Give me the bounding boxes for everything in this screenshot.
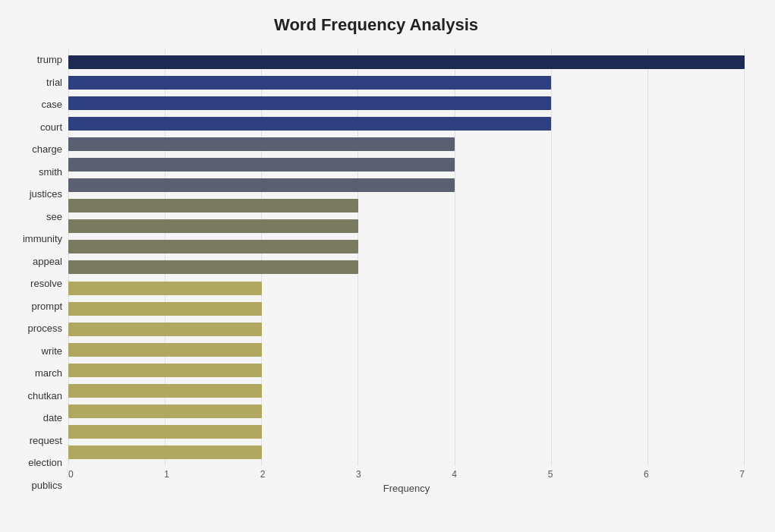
bar [68, 178, 455, 192]
y-label: immunity [23, 234, 62, 244]
y-label: chutkan [27, 391, 62, 401]
bar-row [68, 156, 745, 173]
bar-row [68, 362, 745, 379]
bar [68, 323, 262, 336]
y-label: see [46, 212, 62, 222]
y-label: trump [37, 55, 62, 65]
x-tick: 6 [644, 469, 649, 480]
y-label: write [42, 346, 62, 356]
x-tick: 3 [356, 469, 361, 480]
bar [68, 343, 262, 357]
bar [68, 55, 745, 69]
bar-row [68, 218, 745, 235]
bar-row [68, 259, 745, 275]
bar-row [68, 197, 745, 214]
bar [68, 219, 358, 233]
bars-wrapper [68, 49, 745, 466]
x-tick: 1 [164, 469, 169, 480]
x-tick: 0 [68, 469, 74, 480]
bar [68, 117, 551, 131]
x-tick: 7 [739, 469, 745, 480]
bar-row [68, 136, 745, 153]
y-label: date [43, 413, 62, 423]
bar-row [68, 54, 745, 71]
bar [68, 260, 358, 274]
y-label: appeal [33, 257, 62, 266]
chart-title: Word Frequency Analysis [8, 15, 745, 35]
bar [68, 76, 551, 90]
x-tick: 2 [260, 469, 266, 480]
y-label: case [42, 99, 62, 109]
bar-row [68, 74, 745, 91]
bar [68, 282, 262, 295]
bar [68, 425, 262, 439]
y-label: justices [30, 189, 62, 199]
bar-row [68, 301, 745, 317]
chart-area: trumptrialcasecourtchargesmithjusticesse… [8, 49, 745, 496]
bars-and-x: 01234567 Frequency [68, 49, 745, 496]
bar [68, 199, 358, 212]
bars-area [68, 49, 745, 466]
x-axis-label: Frequency [68, 483, 745, 494]
bar-row [68, 403, 745, 420]
x-tick: 5 [548, 469, 553, 480]
bar [68, 137, 455, 151]
y-label: march [35, 368, 62, 378]
bar-row [68, 115, 745, 132]
y-label: prompt [32, 301, 62, 311]
bar [68, 405, 262, 418]
bar-row [68, 382, 745, 399]
bar-row [68, 423, 745, 440]
bar [68, 302, 262, 316]
x-axis: 01234567 Frequency [68, 466, 745, 496]
bar-row [68, 342, 745, 358]
y-label: process [27, 323, 62, 333]
x-tick: 4 [452, 469, 457, 480]
y-label: trial [46, 77, 62, 87]
bar-row [68, 95, 745, 112]
y-axis: trumptrialcasecourtchargesmithjusticesse… [8, 49, 68, 496]
x-ticks: 01234567 [68, 466, 745, 480]
bar [68, 384, 262, 398]
y-label: election [28, 458, 62, 467]
bar-row [68, 444, 745, 461]
chart-container: Word Frequency Analysis trumptrialcaseco… [0, 0, 775, 532]
bar-row [68, 177, 745, 194]
bar-row [68, 238, 745, 255]
y-label: publics [32, 480, 62, 490]
y-label: resolve [30, 279, 62, 288]
bar [68, 240, 358, 253]
bar [68, 158, 455, 172]
bar [68, 364, 262, 377]
y-label: court [40, 122, 62, 132]
bar [68, 445, 262, 459]
bar-row [68, 321, 745, 338]
y-label: charge [32, 144, 62, 154]
bar-row [68, 280, 745, 297]
y-label: request [30, 436, 62, 445]
bar [68, 96, 551, 110]
y-label: smith [39, 167, 62, 177]
